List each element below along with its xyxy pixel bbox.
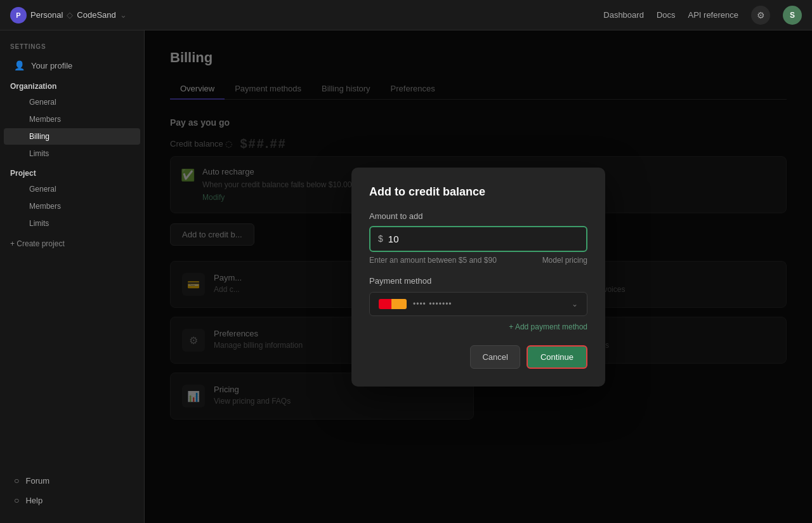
sidebar-item-billing[interactable]: Billing: [4, 128, 140, 145]
help-icon: ○: [14, 495, 19, 505]
sidebar-item-help[interactable]: ○ Help: [4, 491, 141, 510]
amount-input[interactable]: [388, 227, 579, 251]
sidebar-org-label: Organization: [0, 76, 144, 93]
sidebar-section-label: SETTINGS: [0, 43, 144, 55]
sidebar-project-label: Project: [0, 162, 144, 180]
user-avatar[interactable]: S: [783, 6, 802, 25]
modal-overlay: Add to credit balance Amount to add $ En…: [145, 30, 812, 523]
forum-icon: ○: [14, 475, 19, 486]
amount-input-wrap: $: [369, 226, 587, 252]
sidebar-project-general[interactable]: General: [4, 181, 140, 197]
continue-button[interactable]: Continue: [527, 345, 587, 369]
payment-method-select[interactable]: •••• ••••••• ⌄: [369, 292, 587, 316]
sidebar: SETTINGS 👤 Your profile Organization Gen…: [0, 30, 145, 523]
workspace-avatar: P: [10, 7, 27, 23]
sidebar-item-your-profile[interactable]: 👤 Your profile: [4, 56, 140, 75]
sidebar-your-profile-label: Your profile: [31, 61, 72, 70]
sidebar-create-project[interactable]: + Create project: [0, 234, 144, 253]
sidebar-project-members[interactable]: Members: [4, 198, 140, 215]
card-number-display: •••• •••••••: [413, 300, 452, 308]
modal-title: Add to credit balance: [369, 185, 587, 199]
currency-symbol: $: [378, 234, 383, 244]
topnav: P Personal ◇ CodeSand ⌄ Dashboard Docs A…: [0, 0, 812, 30]
workspace-name[interactable]: Personal: [30, 10, 63, 20]
modal-hint-row: Enter an amount between $5 and $90 Model…: [369, 256, 587, 265]
person-icon: 👤: [14, 60, 25, 70]
breadcrumb-sep: ◇: [67, 10, 73, 20]
nav-dashboard[interactable]: Dashboard: [603, 10, 644, 20]
model-pricing-link[interactable]: Model pricing: [542, 256, 587, 265]
nav-api-reference[interactable]: API reference: [688, 10, 739, 20]
amount-hint: Enter an amount between $5 and $90: [369, 256, 497, 265]
add-credit-modal: Add to credit balance Amount to add $ En…: [351, 168, 605, 387]
settings-icon-btn[interactable]: ⚙: [751, 6, 770, 25]
card-icons: [379, 299, 407, 309]
add-payment-link[interactable]: + Add payment method: [369, 322, 587, 331]
main-content: Billing Overview Payment methods Billing…: [145, 30, 812, 523]
layout: SETTINGS 👤 Your profile Organization Gen…: [0, 30, 812, 523]
sidebar-item-limits[interactable]: Limits: [4, 145, 140, 162]
chevron-down-icon: ⌄: [572, 300, 578, 308]
mastercard-yellow-icon: [391, 299, 407, 309]
sidebar-item-general[interactable]: General: [4, 94, 140, 110]
topnav-left: P Personal ◇ CodeSand ⌄: [10, 7, 127, 23]
modal-actions: Cancel Continue: [369, 345, 587, 369]
cancel-button[interactable]: Cancel: [470, 345, 520, 369]
amount-label: Amount to add: [369, 211, 587, 221]
sidebar-item-forum[interactable]: ○ Forum: [4, 471, 141, 490]
payment-method-label: Payment method: [369, 276, 587, 286]
nav-docs[interactable]: Docs: [657, 10, 676, 20]
sidebar-item-members[interactable]: Members: [4, 111, 140, 128]
project-name[interactable]: CodeSand: [77, 10, 115, 20]
sidebar-project-limits[interactable]: Limits: [4, 215, 140, 232]
topnav-right: Dashboard Docs API reference ⚙ S: [603, 6, 802, 25]
